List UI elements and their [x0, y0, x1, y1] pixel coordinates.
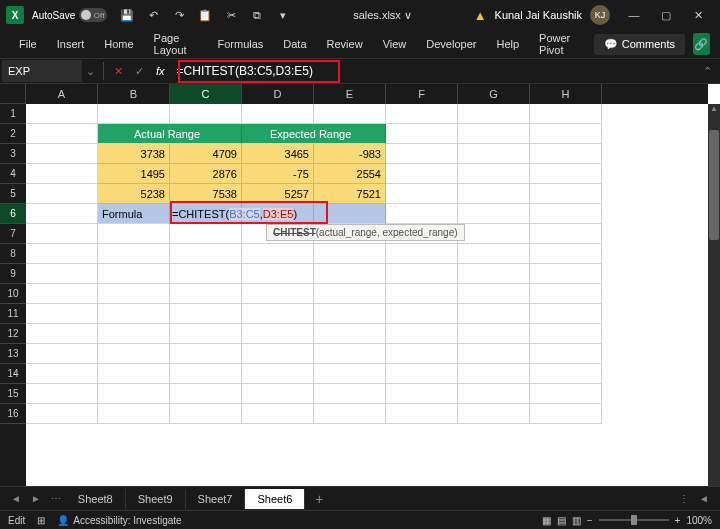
sheet-tab[interactable]: Sheet7: [186, 489, 246, 509]
sheet-tab[interactable]: Sheet8: [66, 489, 126, 509]
tab-options-icon[interactable]: ⋮: [674, 493, 694, 504]
row-header[interactable]: 16: [0, 404, 26, 424]
row-header[interactable]: 11: [0, 304, 26, 324]
tab-scroll-left-icon[interactable]: ◄: [694, 493, 714, 504]
user-avatar[interactable]: KJ: [590, 5, 610, 25]
comments-button[interactable]: 💬 Comments: [594, 34, 685, 55]
accessibility-status[interactable]: 👤 Accessibility: Investigate: [57, 515, 181, 526]
cell-formula-label[interactable]: Formula: [98, 204, 170, 224]
zoom-level[interactable]: 100%: [686, 515, 712, 526]
menu-home[interactable]: Home: [95, 34, 142, 54]
menu-insert[interactable]: Insert: [48, 34, 94, 54]
select-all-corner[interactable]: [0, 84, 26, 104]
menu-formulas[interactable]: Formulas: [208, 34, 272, 54]
scrollbar-thumb[interactable]: [709, 130, 719, 240]
cell[interactable]: 1495: [98, 164, 170, 184]
filename[interactable]: sales.xlsx ∨: [291, 9, 473, 22]
row-header[interactable]: 4: [0, 164, 26, 184]
warning-icon[interactable]: ▲: [474, 8, 487, 23]
view-page-icon[interactable]: ▤: [557, 515, 566, 526]
vertical-scrollbar[interactable]: ▲: [708, 104, 720, 486]
row-header[interactable]: 10: [0, 284, 26, 304]
col-header[interactable]: C: [170, 84, 242, 104]
redo-icon[interactable]: ↷: [171, 7, 187, 23]
menu-help[interactable]: Help: [487, 34, 528, 54]
col-header[interactable]: D: [242, 84, 314, 104]
col-header[interactable]: B: [98, 84, 170, 104]
menu-file[interactable]: File: [10, 34, 46, 54]
expand-formula-bar-icon[interactable]: ⌃: [695, 65, 720, 78]
col-header[interactable]: G: [458, 84, 530, 104]
cell[interactable]: 4709: [170, 144, 242, 164]
minimize-button[interactable]: —: [618, 3, 650, 27]
view-normal-icon[interactable]: ▦: [542, 515, 551, 526]
cell[interactable]: 5257: [242, 184, 314, 204]
row-header[interactable]: 6: [0, 204, 26, 224]
autosave-toggle[interactable]: AutoSave Off: [32, 8, 107, 22]
menu-power-pivot[interactable]: Power Pivot: [530, 28, 590, 60]
save-icon[interactable]: 💾: [119, 7, 135, 23]
cell[interactable]: -983: [314, 144, 386, 164]
undo-icon[interactable]: ↶: [145, 7, 161, 23]
cell-grid[interactable]: Actual Range Expected Range 3738 4709 34…: [26, 104, 708, 486]
zoom-out-icon[interactable]: −: [587, 515, 593, 526]
confirm-icon[interactable]: ✓: [129, 65, 150, 78]
row-header[interactable]: 8: [0, 244, 26, 264]
cell[interactable]: 2876: [170, 164, 242, 184]
header-actual-merged[interactable]: Actual Range: [98, 124, 242, 144]
zoom-in-icon[interactable]: +: [675, 515, 681, 526]
row-header[interactable]: 15: [0, 384, 26, 404]
view-break-icon[interactable]: ▥: [572, 515, 581, 526]
cell[interactable]: -75: [242, 164, 314, 184]
row-header[interactable]: 9: [0, 264, 26, 284]
col-header[interactable]: E: [314, 84, 386, 104]
tab-more-icon[interactable]: ⋯: [46, 493, 66, 504]
cell-formula[interactable]: =CHITEST(B3:C5,D3:E5): [170, 204, 242, 224]
col-header[interactable]: A: [26, 84, 98, 104]
copy-icon[interactable]: ⧉: [249, 7, 265, 23]
cell[interactable]: 5238: [98, 184, 170, 204]
zoom-slider[interactable]: [599, 519, 669, 521]
qat-dropdown-icon[interactable]: ▾: [275, 7, 291, 23]
add-sheet-button[interactable]: +: [305, 491, 333, 507]
cut-icon[interactable]: ✂: [223, 7, 239, 23]
cell[interactable]: 3465: [242, 144, 314, 164]
cell[interactable]: 7521: [314, 184, 386, 204]
menu-developer[interactable]: Developer: [417, 34, 485, 54]
close-button[interactable]: ✕: [682, 3, 714, 27]
cell[interactable]: 7538: [170, 184, 242, 204]
cell[interactable]: [314, 204, 386, 224]
fx-icon[interactable]: fx: [150, 65, 171, 77]
cell[interactable]: 3738: [98, 144, 170, 164]
formula-input[interactable]: [171, 64, 695, 78]
col-header[interactable]: F: [386, 84, 458, 104]
share-button[interactable]: 🔗: [693, 33, 710, 55]
tab-next-icon[interactable]: ►: [26, 493, 46, 504]
row-header[interactable]: 14: [0, 364, 26, 384]
row-header[interactable]: 13: [0, 344, 26, 364]
row-header[interactable]: 2: [0, 124, 26, 144]
maximize-button[interactable]: ▢: [650, 3, 682, 27]
menu-page-layout[interactable]: Page Layout: [145, 28, 207, 60]
paste-icon[interactable]: 📋: [197, 7, 213, 23]
name-box-dropdown-icon[interactable]: ⌄: [82, 65, 99, 78]
menu-view[interactable]: View: [374, 34, 416, 54]
name-box[interactable]: [2, 60, 82, 82]
row-header[interactable]: 7: [0, 224, 26, 244]
user-name[interactable]: Kunal Jai Kaushik: [495, 9, 582, 21]
header-expected-merged[interactable]: Expected Range: [242, 124, 386, 144]
status-stats-icon[interactable]: ⊞: [37, 515, 45, 526]
col-header[interactable]: H: [530, 84, 602, 104]
cell[interactable]: 2554: [314, 164, 386, 184]
menu-data[interactable]: Data: [274, 34, 315, 54]
tab-prev-icon[interactable]: ◄: [6, 493, 26, 504]
row-header[interactable]: 12: [0, 324, 26, 344]
sheet-tab[interactable]: Sheet9: [126, 489, 186, 509]
row-header[interactable]: 5: [0, 184, 26, 204]
row-header[interactable]: 3: [0, 144, 26, 164]
menu-review[interactable]: Review: [318, 34, 372, 54]
sheet-tab-active[interactable]: Sheet6: [245, 489, 305, 509]
toggle-switch[interactable]: Off: [79, 8, 107, 22]
cancel-icon[interactable]: ✕: [108, 65, 129, 78]
row-header[interactable]: 1: [0, 104, 26, 124]
